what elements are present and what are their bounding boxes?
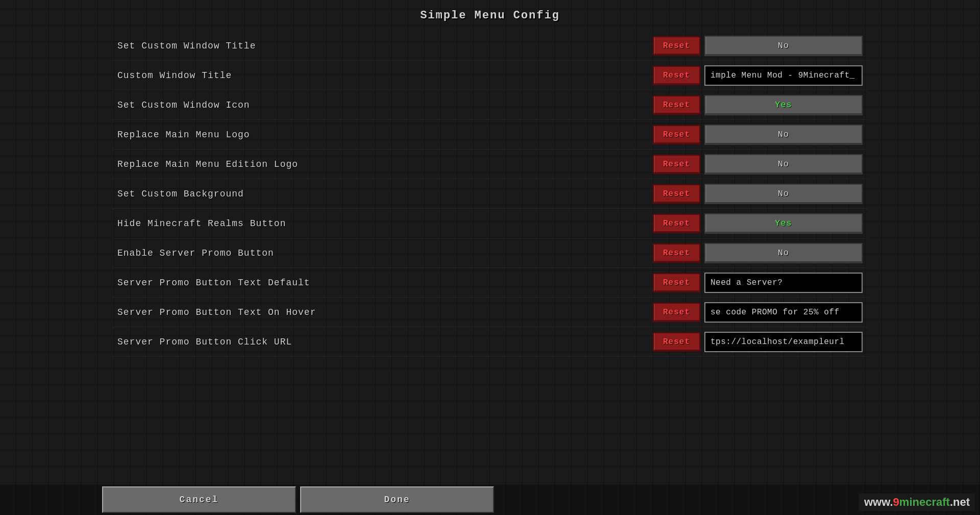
value-input-custom-window-title[interactable] — [704, 65, 863, 86]
watermark-nine: 9 — [893, 496, 899, 508]
config-row-replace-main-menu-edition-logo: Replace Main Menu Edition LogoResetNo — [112, 150, 868, 179]
label-enable-server-promo-button: Enable Server Promo Button — [117, 248, 653, 258]
reset-button-server-promo-button-text-default[interactable]: Reset — [653, 273, 700, 292]
value-input-server-promo-button-click-url[interactable] — [704, 332, 863, 352]
footer: Cancel Done www.9minecraft.net — [0, 484, 980, 515]
reset-button-custom-window-title[interactable]: Reset — [653, 66, 700, 85]
controls-server-promo-button-text-default: Reset — [653, 273, 863, 293]
reset-button-server-promo-button-click-url[interactable]: Reset — [653, 332, 700, 352]
value-toggle-hide-minecraft-realms-button[interactable]: Yes — [704, 213, 863, 234]
controls-replace-main-menu-edition-logo: ResetNo — [653, 154, 863, 175]
config-row-set-custom-background: Set Custom BackgroundResetNo — [112, 179, 868, 209]
config-row-set-custom-window-icon: Set Custom Window IconResetYes — [112, 90, 868, 120]
value-toggle-set-custom-background[interactable]: No — [704, 184, 863, 204]
label-replace-main-menu-logo: Replace Main Menu Logo — [117, 130, 653, 140]
watermark-net: .net — [950, 496, 970, 508]
controls-set-custom-window-title: ResetNo — [653, 36, 863, 56]
value-input-server-promo-button-text-on-hover[interactable] — [704, 302, 863, 323]
value-toggle-replace-main-menu-logo[interactable]: No — [704, 125, 863, 145]
controls-replace-main-menu-logo: ResetNo — [653, 125, 863, 145]
config-row-hide-minecraft-realms-button: Hide Minecraft Realms ButtonResetYes — [112, 209, 868, 238]
controls-set-custom-background: ResetNo — [653, 184, 863, 204]
config-row-server-promo-button-click-url: Server Promo Button Click URLReset — [112, 327, 868, 357]
label-set-custom-window-title: Set Custom Window Title — [117, 41, 653, 51]
config-container: Set Custom Window TitleResetNoCustom Win… — [112, 31, 868, 357]
label-server-promo-button-text-on-hover: Server Promo Button Text On Hover — [117, 307, 653, 317]
label-hide-minecraft-realms-button: Hide Minecraft Realms Button — [117, 218, 653, 229]
watermark: www.9minecraft.net — [859, 494, 975, 511]
reset-button-replace-main-menu-edition-logo[interactable]: Reset — [653, 155, 700, 174]
controls-custom-window-title: Reset — [653, 65, 863, 86]
config-row-server-promo-button-text-on-hover: Server Promo Button Text On HoverReset — [112, 298, 868, 327]
value-toggle-enable-server-promo-button[interactable]: No — [704, 243, 863, 263]
config-row-enable-server-promo-button: Enable Server Promo ButtonResetNo — [112, 238, 868, 268]
done-button[interactable]: Done — [300, 486, 494, 513]
label-server-promo-button-click-url: Server Promo Button Click URL — [117, 337, 653, 347]
config-row-custom-window-title: Custom Window TitleReset — [112, 61, 868, 90]
config-row-replace-main-menu-logo: Replace Main Menu LogoResetNo — [112, 120, 868, 150]
reset-button-replace-main-menu-logo[interactable]: Reset — [653, 125, 700, 144]
label-set-custom-background: Set Custom Background — [117, 189, 653, 199]
reset-button-set-custom-window-icon[interactable]: Reset — [653, 95, 700, 115]
watermark-minecraft: minecraft — [899, 496, 950, 508]
value-toggle-replace-main-menu-edition-logo[interactable]: No — [704, 154, 863, 175]
controls-server-promo-button-text-on-hover: Reset — [653, 302, 863, 323]
reset-button-set-custom-background[interactable]: Reset — [653, 184, 700, 204]
label-custom-window-title: Custom Window Title — [117, 70, 653, 81]
reset-button-hide-minecraft-realms-button[interactable]: Reset — [653, 214, 700, 233]
reset-button-set-custom-window-title[interactable]: Reset — [653, 36, 700, 56]
value-toggle-set-custom-window-icon[interactable]: Yes — [704, 95, 863, 115]
controls-server-promo-button-click-url: Reset — [653, 332, 863, 352]
label-replace-main-menu-edition-logo: Replace Main Menu Edition Logo — [117, 159, 653, 169]
config-row-server-promo-button-text-default: Server Promo Button Text DefaultReset — [112, 268, 868, 298]
watermark-www: www. — [864, 496, 893, 508]
label-server-promo-button-text-default: Server Promo Button Text Default — [117, 278, 653, 288]
reset-button-enable-server-promo-button[interactable]: Reset — [653, 243, 700, 263]
page-title: Simple Menu Config — [420, 9, 560, 22]
controls-hide-minecraft-realms-button: ResetYes — [653, 213, 863, 234]
value-input-server-promo-button-text-default[interactable] — [704, 273, 863, 293]
cancel-button[interactable]: Cancel — [102, 486, 296, 513]
value-toggle-set-custom-window-title[interactable]: No — [704, 36, 863, 56]
label-set-custom-window-icon: Set Custom Window Icon — [117, 100, 653, 110]
controls-enable-server-promo-button: ResetNo — [653, 243, 863, 263]
controls-set-custom-window-icon: ResetYes — [653, 95, 863, 115]
config-row-set-custom-window-title: Set Custom Window TitleResetNo — [112, 31, 868, 61]
reset-button-server-promo-button-text-on-hover[interactable]: Reset — [653, 303, 700, 322]
